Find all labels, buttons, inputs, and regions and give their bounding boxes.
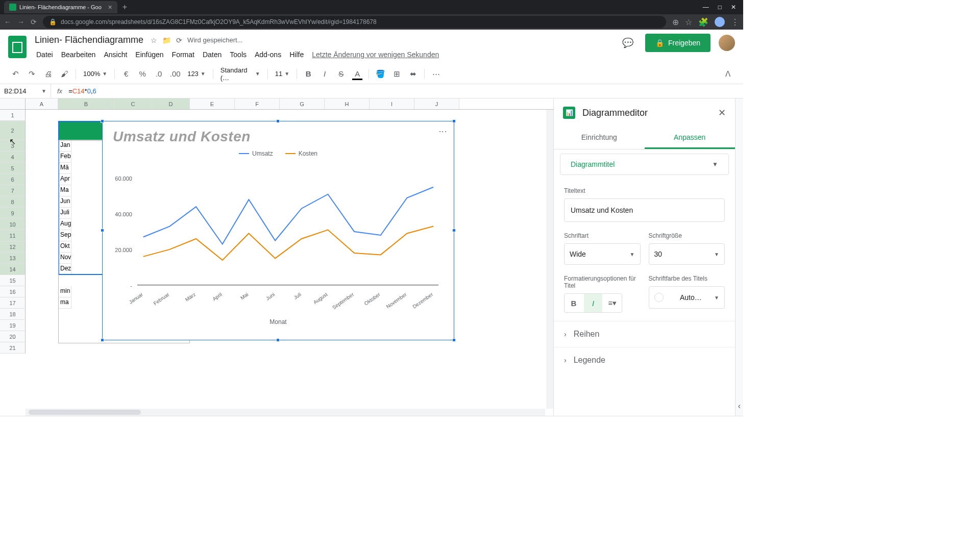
row-header[interactable]: 2 [0, 121, 26, 140]
resize-handle[interactable] [452, 229, 456, 232]
spreadsheet-grid[interactable]: A B C D E F G H I J 1 2 3 4 5 6 7 8 9 10… [0, 98, 553, 416]
resize-handle[interactable] [101, 229, 104, 232]
col-header[interactable]: E [190, 98, 235, 109]
browser-menu-icon[interactable]: ⋮ [731, 17, 739, 27]
close-editor-button[interactable]: ✕ [718, 107, 726, 118]
currency-button[interactable]: € [119, 67, 133, 81]
back-button[interactable]: ← [4, 18, 11, 26]
vertical-scrollbar[interactable] [546, 110, 553, 409]
row-header[interactable]: 21 [0, 342, 26, 354]
borders-button[interactable]: ⊞ [389, 67, 404, 81]
title-color-select[interactable]: Auto…▼ [649, 286, 725, 309]
tab-close-icon[interactable]: ✕ [108, 4, 112, 11]
bookmark-icon[interactable]: ☆ [685, 17, 692, 27]
maximize-button[interactable]: □ [718, 4, 722, 11]
row-header[interactable]: 20 [0, 331, 26, 342]
tab-customize[interactable]: Anpassen [645, 127, 736, 149]
show-side-panel-button[interactable]: ‹ [738, 402, 741, 411]
forward-button[interactable]: → [17, 18, 24, 26]
italic-button[interactable]: I [317, 67, 332, 81]
decrease-decimal-button[interactable]: .0 [152, 67, 166, 81]
title-text-input[interactable] [564, 198, 725, 222]
col-header[interactable]: B [58, 98, 114, 109]
menu-addons[interactable]: Add-ons [251, 48, 285, 61]
font-family-select[interactable]: Wide▼ [564, 243, 641, 265]
print-button[interactable]: 🖨 [41, 67, 55, 81]
horizontal-scrollbar[interactable] [26, 409, 545, 416]
row-header[interactable]: 7 [0, 185, 26, 196]
resize-handle[interactable] [276, 338, 280, 342]
last-edit-link[interactable]: Letzte Änderung vor wenigen Sekunden [308, 48, 443, 61]
star-icon[interactable]: ☆ [151, 36, 157, 44]
menu-edit[interactable]: Bearbeiten [58, 48, 100, 61]
reload-button[interactable]: ⟳ [31, 18, 37, 26]
row-header[interactable]: 6 [0, 174, 26, 185]
row-header[interactable]: 5 [0, 163, 26, 174]
minimize-button[interactable]: — [703, 4, 709, 11]
browser-profile-avatar[interactable] [715, 17, 725, 27]
col-header[interactable]: A [26, 98, 58, 109]
url-input[interactable]: 🔒 docs.google.com/spreadsheets/d/16sZAG8… [43, 16, 666, 28]
menu-format[interactable]: Format [168, 48, 198, 61]
extensions-icon[interactable]: 🧩 [698, 17, 708, 27]
legend-item[interactable]: Umsatz [239, 150, 273, 157]
share-button[interactable]: 🔒 Freigeben [645, 34, 710, 52]
text-color-button[interactable]: A [350, 67, 364, 81]
resize-handle[interactable] [101, 119, 104, 123]
number-format-select[interactable]: 123▼ [184, 70, 209, 78]
chart-object[interactable]: ⋮ Umsatz und Kosten Umsatz Kosten 60.000… [102, 121, 454, 340]
name-box[interactable]: B2:D14▼ [0, 84, 51, 98]
zoom-select[interactable]: 100%▼ [80, 70, 110, 78]
sheets-logo-icon[interactable] [8, 36, 27, 58]
col-header[interactable]: I [370, 98, 414, 109]
menu-insert[interactable]: Einfügen [132, 48, 167, 61]
collapse-toolbar-button[interactable]: ᐱ [721, 67, 735, 81]
tab-setup[interactable]: Einrichtung [554, 127, 645, 149]
col-header[interactable]: C [114, 98, 152, 109]
merge-button[interactable]: ⬌ [406, 67, 420, 81]
resize-handle[interactable] [452, 338, 456, 342]
menu-data[interactable]: Daten [199, 48, 225, 61]
bold-button[interactable]: B [301, 67, 315, 81]
doc-title[interactable]: Linien- Flächendiagramme [33, 34, 145, 46]
section-series[interactable]: › Reihen [554, 321, 735, 347]
row-header[interactable]: 11 [0, 230, 26, 241]
font-family-select[interactable]: Standard (…▼ [217, 66, 263, 82]
font-size-select[interactable]: 30▼ [649, 243, 725, 265]
align-button[interactable]: ≡▾ [603, 294, 622, 312]
new-tab-button[interactable]: + [122, 3, 127, 12]
row-header[interactable]: 16 [0, 286, 26, 297]
resize-handle[interactable] [101, 338, 104, 342]
resize-handle[interactable] [452, 119, 456, 123]
resize-handle[interactable] [276, 119, 280, 123]
scrollbar-thumb[interactable] [29, 410, 141, 415]
strikethrough-button[interactable]: S [334, 67, 348, 81]
percent-button[interactable]: % [135, 67, 150, 81]
comments-button[interactable]: 💬 [619, 34, 637, 52]
row-header[interactable]: 1 [0, 110, 26, 121]
row-header[interactable]: 13 [0, 253, 26, 264]
font-size-select[interactable]: 11▼ [272, 70, 292, 78]
chart-series-kosten[interactable] [143, 227, 433, 260]
menu-file[interactable]: Datei [33, 48, 57, 61]
section-chart-title[interactable]: Diagrammtitel ▼ [560, 154, 729, 175]
menu-tools[interactable]: Tools [226, 48, 250, 61]
undo-button[interactable]: ↶ [8, 67, 22, 81]
increase-decimal-button[interactable]: .00 [168, 67, 182, 81]
col-header[interactable]: F [235, 98, 280, 109]
section-legend[interactable]: › Legende [554, 347, 735, 373]
profile-avatar[interactable] [719, 35, 735, 51]
paint-format-button[interactable]: 🖌 [57, 67, 71, 81]
row-header[interactable]: 14 [0, 264, 26, 275]
col-header[interactable]: H [325, 98, 370, 109]
row-header[interactable]: 17 [0, 297, 26, 309]
col-header[interactable]: G [280, 98, 325, 109]
col-header[interactable]: J [414, 98, 459, 109]
row-header[interactable]: 15 [0, 275, 26, 286]
italic-button[interactable]: I [584, 294, 602, 312]
chart-series-umsatz[interactable] [143, 187, 433, 244]
browser-tab[interactable]: Linien- Flächendiagramme - Goo ✕ [4, 1, 117, 13]
redo-button[interactable]: ↷ [24, 67, 39, 81]
row-header[interactable]: 18 [0, 309, 26, 320]
row-header[interactable]: 8 [0, 196, 26, 208]
